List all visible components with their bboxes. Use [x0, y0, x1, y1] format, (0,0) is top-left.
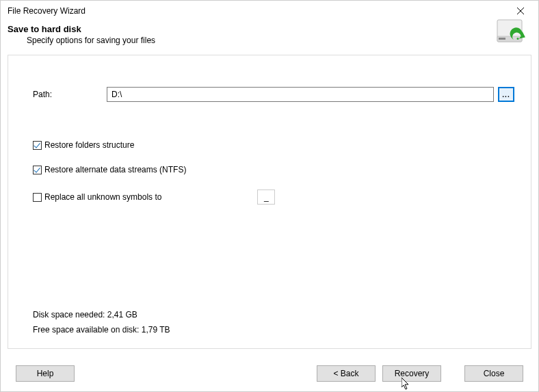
header-subtitle: Specify options for saving your files: [27, 36, 529, 45]
content-panel: Path: ... Restore folders structure Rest…: [8, 55, 531, 349]
window-title: File Recovery Wizard: [6, 6, 508, 16]
option-replace-symbols[interactable]: Replace all unknown symbols to: [33, 190, 514, 205]
recovery-button[interactable]: Recovery: [382, 365, 441, 382]
disk-space-needed: Disk space needed: 2,41 GB: [33, 310, 514, 319]
titlebar: File Recovery Wizard: [1, 1, 538, 21]
path-input[interactable]: [107, 87, 494, 102]
svg-point-5: [517, 38, 519, 40]
wizard-window: File Recovery Wizard Save to hard disk S…: [0, 0, 539, 392]
svg-rect-4: [499, 38, 505, 40]
disk-info: Disk space needed: 2,41 GB Free space av…: [33, 310, 514, 340]
option-restore-folders[interactable]: Restore folders structure: [33, 140, 514, 150]
help-button[interactable]: Help: [16, 365, 75, 382]
checkbox-replace-symbols[interactable]: [33, 193, 42, 202]
button-bar: Help < Back Recovery Close: [1, 356, 538, 391]
label-restore-folders: Restore folders structure: [44, 140, 134, 150]
label-restore-ads: Restore alternate data streams (NTFS): [44, 165, 186, 174]
back-button[interactable]: < Back: [317, 365, 376, 382]
checkbox-restore-folders[interactable]: [33, 141, 42, 150]
path-row: Path: ...: [33, 87, 514, 102]
checkbox-restore-ads[interactable]: [33, 166, 42, 174]
option-restore-ads[interactable]: Restore alternate data streams (NTFS): [33, 165, 514, 174]
label-replace-symbols: Replace all unknown symbols to: [44, 192, 161, 202]
free-space-available: Free space available on disk: 1,79 TB: [33, 325, 514, 335]
browse-button[interactable]: ...: [498, 87, 514, 102]
hard-disk-icon: [495, 16, 527, 49]
close-button[interactable]: Close: [464, 365, 523, 382]
replace-symbol-input[interactable]: [257, 190, 275, 205]
close-icon: [517, 8, 524, 14]
path-label: Path:: [33, 90, 107, 99]
header-title: Save to hard disk: [8, 24, 529, 34]
wizard-header: Save to hard disk Specify options for sa…: [1, 21, 538, 52]
